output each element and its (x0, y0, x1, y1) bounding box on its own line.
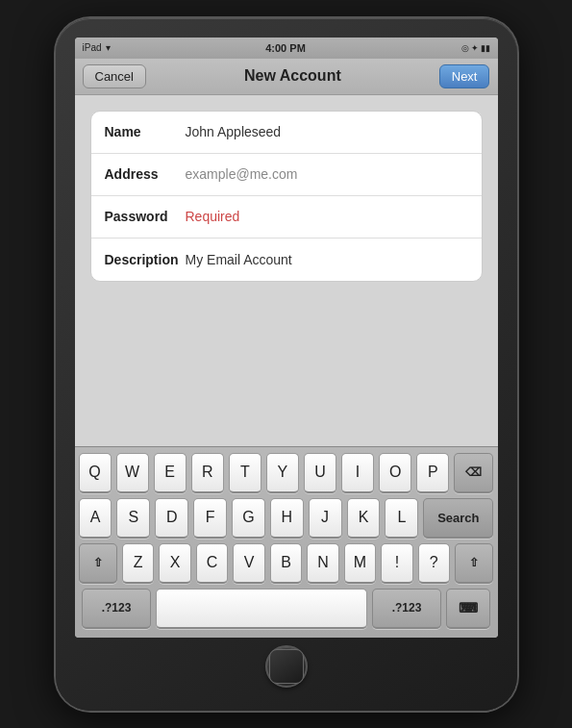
input-name[interactable]: John Appleseed (178, 113, 482, 151)
home-button-inner (269, 649, 304, 684)
form-row-password: Password Required (91, 196, 482, 238)
key-z[interactable]: Z (122, 543, 154, 584)
key-q[interactable]: Q (79, 453, 112, 493)
key-v[interactable]: V (233, 543, 264, 584)
key-a[interactable]: A (79, 498, 112, 539)
input-address[interactable]: example@me.com (178, 155, 482, 193)
input-description[interactable]: My Email Account (178, 240, 482, 279)
next-button[interactable]: Next (439, 64, 490, 88)
numbers-left-key[interactable]: .?123 (82, 589, 151, 629)
key-l[interactable]: L (385, 498, 418, 539)
status-right: ◎ ✦ ▮▮ (461, 43, 490, 53)
status-bar: iPad ▾ 4:00 PM ◎ ✦ ▮▮ (75, 38, 498, 59)
key-y[interactable]: Y (266, 453, 299, 493)
status-left: iPad ▾ (83, 42, 111, 53)
keyboard-row-3: ⇧ Z X C V B N M ! ? ⇧ (79, 543, 494, 584)
carrier-label: iPad (83, 42, 102, 53)
key-d[interactable]: D (155, 498, 188, 539)
modal-spacer (75, 297, 498, 446)
key-t[interactable]: T (229, 453, 261, 493)
ipad-device: iPad ▾ 4:00 PM ◎ ✦ ▮▮ Welcome to Mail (56, 18, 517, 711)
key-exclamation[interactable]: ! (381, 543, 412, 584)
bluetooth-icon: ✦ (471, 43, 479, 53)
key-e[interactable]: E (154, 453, 187, 493)
label-password: Password (91, 197, 178, 236)
wifi-icon: ▾ (106, 42, 111, 53)
form-row-address: Address example@me.com (91, 154, 482, 196)
modal-nav-bar: Cancel New Account Next (75, 59, 498, 95)
label-name: Name (91, 113, 178, 151)
form-row-description: Description My Email Account (91, 238, 482, 281)
input-password[interactable]: Required (178, 197, 482, 236)
key-k[interactable]: K (347, 498, 381, 539)
shift-key[interactable]: ⇧ (79, 543, 117, 584)
key-j[interactable]: J (309, 498, 342, 539)
key-f[interactable]: F (193, 498, 227, 539)
modal-overlay: Cancel New Account Next Name John Apples… (75, 59, 498, 446)
key-w[interactable]: W (116, 453, 149, 493)
key-question[interactable]: ? (418, 543, 450, 584)
ipad-screen: iPad ▾ 4:00 PM ◎ ✦ ▮▮ Welcome to Mail (75, 38, 498, 638)
key-g[interactable]: G (232, 498, 265, 539)
key-u[interactable]: U (304, 453, 336, 493)
key-x[interactable]: X (159, 543, 190, 584)
status-time: 4:00 PM (265, 42, 306, 54)
location-icon: ◎ (461, 43, 469, 53)
key-r[interactable]: R (191, 453, 224, 493)
keyboard-row-2: A S D F G H J K L Search (79, 498, 494, 539)
numbers-right-key[interactable]: .?123 (372, 589, 441, 629)
shift-right-key[interactable]: ⇧ (455, 543, 493, 584)
keyboard-row-4: .?123 .?123 ⌨ (79, 589, 494, 629)
keyboard-row-1: Q W E R T Y U I O P ⌫ (79, 453, 494, 493)
key-s[interactable]: S (116, 498, 150, 539)
key-m[interactable]: M (344, 543, 376, 584)
key-p[interactable]: P (416, 453, 449, 493)
cancel-button[interactable]: Cancel (83, 64, 146, 88)
space-key[interactable] (156, 589, 367, 629)
search-key[interactable]: Search (423, 498, 493, 539)
label-address: Address (91, 155, 178, 193)
new-account-dialog: Cancel New Account Next Name John Apples… (75, 59, 498, 446)
welcome-screen: Welcome to Mail (75, 59, 498, 446)
home-button-area (265, 638, 308, 691)
label-description: Description (91, 240, 178, 279)
form-row-name: Name John Appleseed (91, 112, 482, 154)
account-form: Name John Appleseed Address example@me.c… (90, 111, 483, 282)
backspace-key[interactable]: ⌫ (454, 453, 493, 493)
modal-title: New Account (244, 67, 341, 85)
key-n[interactable]: N (307, 543, 338, 584)
key-i[interactable]: I (341, 453, 374, 493)
key-b[interactable]: B (270, 543, 302, 584)
keyboard-dismiss-key[interactable]: ⌨ (446, 589, 490, 629)
battery-icon: ▮▮ (481, 43, 490, 53)
home-button[interactable] (265, 645, 308, 688)
keyboard: Q W E R T Y U I O P ⌫ A S D F G H J (75, 446, 498, 638)
key-h[interactable]: H (270, 498, 304, 539)
key-o[interactable]: O (379, 453, 411, 493)
key-c[interactable]: C (196, 543, 228, 584)
